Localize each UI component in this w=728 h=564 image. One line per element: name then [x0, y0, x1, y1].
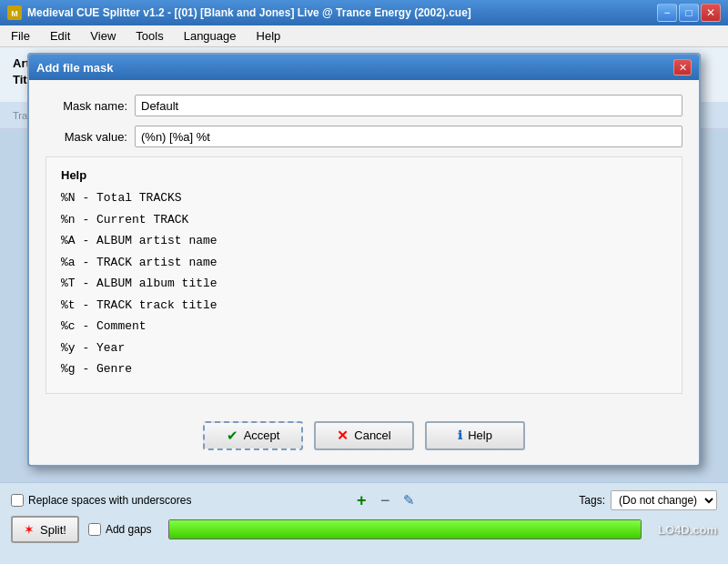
- add-gaps-checkbox[interactable]: [88, 523, 101, 536]
- menu-language[interactable]: Language: [180, 28, 240, 44]
- help-item-g: %g - Genre: [61, 360, 667, 378]
- add-gaps-label[interactable]: Add gaps: [88, 523, 152, 536]
- help-item-t: %t - TRACK track title: [61, 297, 667, 315]
- menu-view[interactable]: View: [86, 28, 119, 44]
- dialog-content: Mask name: Mask value: Help %N - Total T…: [29, 80, 699, 408]
- dialog-add-file-mask: Add file mask ✕ Mask name: Mask value: H…: [27, 53, 701, 467]
- help-item-y: %y - Year: [61, 339, 667, 358]
- close-button[interactable]: ✕: [701, 4, 721, 22]
- replace-spaces-checkbox[interactable]: [11, 494, 24, 507]
- cancel-label: Cancel: [354, 428, 390, 442]
- mask-name-input[interactable]: [135, 95, 682, 116]
- svg-text:M: M: [11, 9, 18, 18]
- replace-spaces-label[interactable]: Replace spaces with underscores: [11, 494, 191, 507]
- window-title: Medieval CUE Splitter v1.2 - [(01) [Blan…: [27, 6, 471, 19]
- maximize-button[interactable]: □: [679, 4, 699, 22]
- add-gaps-text: Add gaps: [106, 523, 152, 536]
- tags-select[interactable]: (Do not change) ID3v1 ID3v2 ID3v1+v2: [611, 490, 717, 510]
- dialog-close-button[interactable]: ✕: [673, 59, 692, 76]
- help-item-c: %c - Comment: [61, 317, 667, 336]
- help-section: Help %N - Total TRACKS %n - Current TRAC…: [46, 156, 682, 394]
- menu-bar: File Edit View Tools Language Help: [0, 25, 728, 47]
- app-icon: M: [7, 5, 22, 20]
- mask-value-input[interactable]: [135, 126, 682, 147]
- bottom-bar: Replace spaces with underscores + − ✎ Ta…: [0, 482, 728, 564]
- help-item-T: %T - ALBUM album title: [61, 275, 667, 293]
- dialog-buttons: ✔ Accept ✕ Cancel ℹ Help: [29, 408, 699, 465]
- accept-icon: ✔: [227, 428, 238, 444]
- tags-label: Tags:: [579, 494, 605, 507]
- add-mask-button[interactable]: +: [351, 490, 371, 510]
- mask-name-label: Mask name:: [46, 99, 127, 113]
- window-controls: − □ ✕: [657, 4, 721, 22]
- split-label: Split!: [40, 523, 66, 537]
- help-item-a: %a - TRACK artist name: [61, 254, 667, 272]
- help-button[interactable]: ℹ Help: [425, 421, 525, 450]
- help-label: Help: [468, 428, 492, 442]
- bottom-row1: Replace spaces with underscores + − ✎ Ta…: [11, 490, 717, 510]
- accept-button[interactable]: ✔ Accept: [203, 421, 303, 450]
- split-icon: ✶: [24, 522, 35, 537]
- mask-value-row: Mask value:: [46, 126, 682, 147]
- logo-watermark: LO4D.com: [658, 523, 717, 537]
- mask-name-row: Mask name:: [46, 95, 682, 116]
- progress-bar-container: [168, 519, 642, 539]
- tags-section: Tags: (Do not change) ID3v1 ID3v2 ID3v1+…: [579, 490, 717, 510]
- help-item-N: %N - Total TRACKS: [61, 189, 667, 207]
- remove-mask-button[interactable]: −: [375, 490, 395, 510]
- replace-spaces-text: Replace spaces with underscores: [28, 494, 191, 507]
- cancel-button[interactable]: ✕ Cancel: [314, 421, 414, 450]
- help-title: Help: [61, 168, 667, 182]
- help-item-n: %n - Current TRACK: [61, 211, 667, 229]
- split-button[interactable]: ✶ Split!: [11, 516, 79, 543]
- minimize-button[interactable]: −: [657, 4, 677, 22]
- cancel-icon: ✕: [337, 428, 349, 444]
- edit-mask-button[interactable]: ✎: [399, 490, 419, 510]
- menu-edit[interactable]: Edit: [46, 28, 74, 44]
- menu-file[interactable]: File: [7, 28, 34, 44]
- menu-help[interactable]: Help: [253, 28, 285, 44]
- help-icon: ℹ: [458, 428, 462, 442]
- mask-value-label: Mask value:: [46, 130, 127, 144]
- dialog-title: Add file mask: [36, 61, 114, 75]
- help-item-A: %A - ALBUM artist name: [61, 232, 667, 250]
- title-bar: M Medieval CUE Splitter v1.2 - [(01) [Bl…: [0, 0, 728, 25]
- progress-bar: [169, 520, 641, 539]
- bottom-row2: ✶ Split! Add gaps LO4D.com: [11, 516, 717, 543]
- dialog-title-bar: Add file mask ✕: [29, 55, 699, 80]
- accept-label: Accept: [244, 428, 280, 442]
- menu-tools[interactable]: Tools: [132, 28, 167, 44]
